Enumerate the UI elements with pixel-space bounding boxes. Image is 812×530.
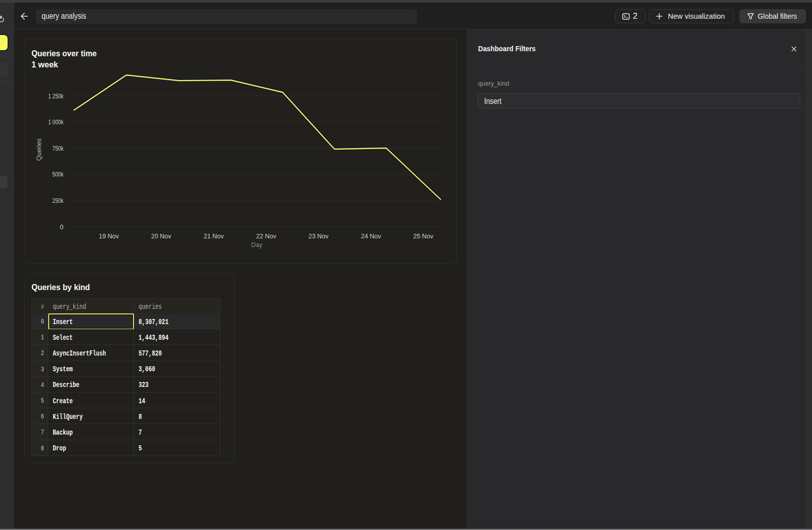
svg-text:22 Nov: 22 Nov xyxy=(256,233,277,240)
svg-text:19 Nov: 19 Nov xyxy=(99,233,119,240)
svg-text:250k: 250k xyxy=(52,197,64,204)
svg-text:21 Nov: 21 Nov xyxy=(204,233,224,240)
svg-text:0: 0 xyxy=(60,224,63,231)
svg-text:20 Nov: 20 Nov xyxy=(151,233,172,240)
svg-text:24 Nov: 24 Nov xyxy=(361,233,381,240)
svg-text:Queries: Queries xyxy=(36,138,43,161)
svg-text:750k: 750k xyxy=(52,145,64,152)
svg-text:1 250k: 1 250k xyxy=(48,93,64,100)
svg-text:1 000k: 1 000k xyxy=(48,119,64,126)
svg-text:23 Nov: 23 Nov xyxy=(309,233,329,240)
svg-text:500k: 500k xyxy=(52,171,64,178)
svg-text:25 Nov: 25 Nov xyxy=(413,233,433,240)
svg-text:Day: Day xyxy=(251,241,263,249)
